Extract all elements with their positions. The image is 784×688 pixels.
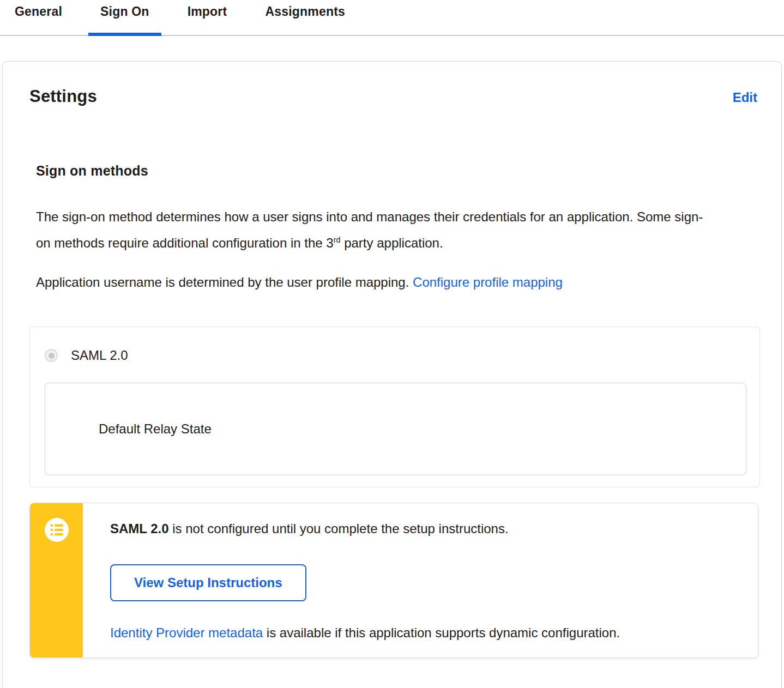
view-setup-instructions-button[interactable]: View Setup Instructions [110, 564, 306, 601]
username-mapping-line: Application username is determined by th… [36, 269, 712, 295]
tab-sign-on[interactable]: Sign On [88, 3, 161, 35]
configure-profile-mapping-link[interactable]: Configure profile mapping [413, 275, 563, 289]
description-superscript: rd [334, 236, 341, 244]
callout-content: SAML 2.0 is not configured until you com… [110, 503, 758, 641]
tab-general[interactable]: General [3, 3, 74, 35]
saml-radio-row: SAML 2.0 [45, 348, 744, 363]
callout-message-bold: SAML 2.0 [110, 521, 169, 536]
sign-on-methods-description: The sign-on method determines how a user… [36, 204, 712, 256]
edit-link[interactable]: Edit [733, 90, 757, 105]
metadata-line: Identity Provider metadata is available … [110, 625, 736, 641]
saml-option-box: SAML 2.0 Default Relay State [29, 327, 760, 487]
bulleted-list-icon [44, 517, 69, 542]
tab-import[interactable]: Import [176, 3, 239, 35]
identity-provider-metadata-link[interactable]: Identity Provider metadata [110, 625, 263, 640]
metadata-line-rest: is available if this application support… [263, 625, 620, 640]
sign-on-methods-heading: Sign on methods [36, 163, 757, 179]
description-text-after: party application. [341, 236, 443, 250]
settings-card: Settings Edit Sign on methods The sign-o… [2, 61, 782, 688]
saml-radio-label: SAML 2.0 [71, 348, 128, 363]
default-relay-state-label: Default Relay State [99, 421, 212, 437]
settings-card-header: Settings Edit [29, 87, 757, 106]
callout-message-rest: is not configured until you complete the… [169, 521, 509, 536]
callout-message: SAML 2.0 is not configured until you com… [110, 520, 736, 538]
saml-radio-button[interactable] [45, 349, 58, 362]
tab-assignments[interactable]: Assignments [253, 3, 357, 35]
default-relay-state-field: Default Relay State [45, 383, 746, 475]
username-mapping-text: Application username is determined by th… [36, 275, 413, 289]
app-tab-bar: General Sign On Import Assignments [0, 0, 784, 36]
settings-title: Settings [29, 87, 97, 106]
saml-setup-callout: SAML 2.0 is not configured until you com… [29, 503, 758, 658]
callout-warning-stripe [30, 503, 83, 657]
